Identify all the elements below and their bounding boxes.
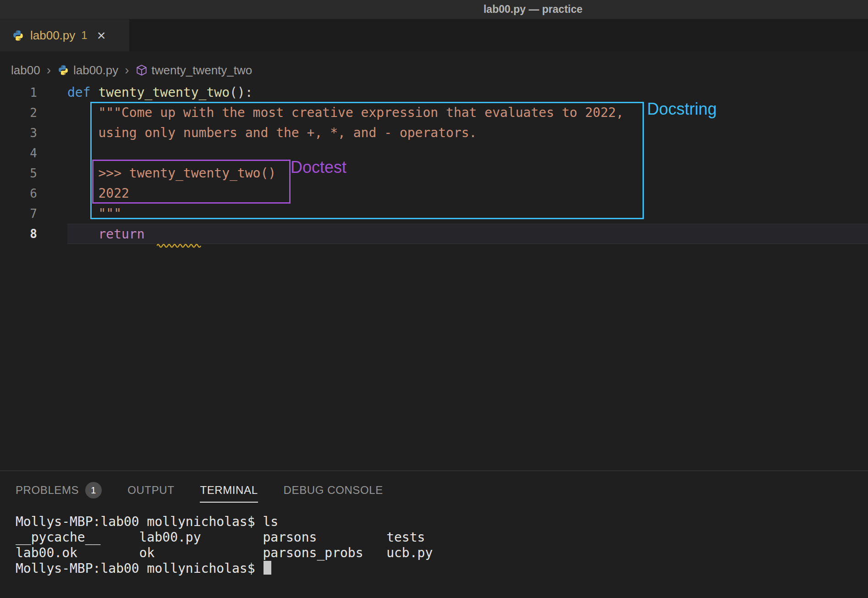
- code-token: 2022: [98, 186, 129, 201]
- breadcrumb: lab00›lab00.py›twenty_twenty_two: [0, 51, 868, 83]
- code-token: [67, 206, 98, 221]
- terminal-cursor: [264, 561, 271, 575]
- python-icon: [57, 64, 69, 76]
- line-number: 5: [0, 163, 67, 183]
- code-token: return: [98, 227, 144, 242]
- code-line-5[interactable]: 5 >>> twenty_twenty_two(): [0, 163, 868, 183]
- code-content: def twenty_twenty_two():: [67, 83, 868, 103]
- breadcrumb-item-lab00[interactable]: lab00: [11, 63, 40, 78]
- vscode-window: lab00.py — practice lab00.py 1 × lab00›l…: [0, 0, 868, 598]
- code-token: [67, 125, 98, 140]
- panel-tab-output[interactable]: OUTPUT: [127, 484, 174, 497]
- problems-count-badge: 1: [85, 482, 102, 498]
- terminal[interactable]: Mollys-MBP:lab00 mollynicholas$ ls__pyca…: [0, 509, 868, 576]
- line-number: 3: [0, 123, 67, 143]
- line-number: 8: [0, 224, 67, 244]
- panel-tab-label: OUTPUT: [127, 484, 174, 497]
- terminal-text: lab00.ok ok parsons_probs ucb.py: [16, 545, 433, 560]
- line-number: 7: [0, 204, 67, 224]
- panel-tab-debug-console[interactable]: DEBUG CONSOLE: [284, 484, 383, 497]
- code-token: [91, 85, 99, 100]
- terminal-text: Mollys-MBP:lab00 mollynicholas$: [16, 561, 263, 576]
- breadcrumb-item-twenty-twenty-two[interactable]: twenty_twenty_two: [136, 63, 253, 78]
- breadcrumb-label: lab00: [11, 63, 40, 78]
- code-token: """: [98, 206, 121, 221]
- editor-lines: 1def twenty_twenty_two():2 """Come up wi…: [0, 83, 868, 244]
- tab-problem-count: 1: [81, 29, 87, 42]
- panel-tab-label: PROBLEMS: [16, 484, 79, 497]
- code-line-4[interactable]: 4: [0, 143, 868, 163]
- window-title: lab00.py — practice: [483, 3, 582, 16]
- line-number: 1: [0, 83, 67, 103]
- terminal-text: __pycache__ lab00.py parsons tests: [16, 530, 425, 545]
- panel-tab-bar: PROBLEMS1OUTPUTTERMINALDEBUG CONSOLE: [0, 471, 868, 509]
- warning-squiggle-icon: [157, 236, 202, 240]
- code-content: [67, 143, 868, 163]
- code-token: twenty_twenty_two: [98, 85, 230, 100]
- tab-filename: lab00.py: [30, 28, 75, 43]
- code-token: >>> twenty_twenty_two(): [98, 166, 276, 181]
- code-token: [67, 186, 98, 201]
- code-content: """: [67, 204, 868, 224]
- terminal-line: Mollys-MBP:lab00 mollynicholas$ ls: [16, 514, 868, 530]
- python-icon: [12, 29, 24, 42]
- breadcrumb-label: twenty_twenty_two: [152, 63, 253, 78]
- breadcrumb-separator-icon: ›: [125, 63, 129, 78]
- code-content: return: [67, 224, 868, 244]
- terminal-text: Mollys-MBP:lab00 mollynicholas$ ls: [16, 514, 278, 529]
- code-content: >>> twenty_twenty_two(): [67, 163, 868, 183]
- terminal-line: Mollys-MBP:lab00 mollynicholas$: [16, 561, 868, 576]
- editor[interactable]: 1def twenty_twenty_two():2 """Come up wi…: [0, 83, 868, 471]
- line-number: 2: [0, 103, 67, 123]
- panel-tab-label: DEBUG CONSOLE: [284, 484, 383, 497]
- code-line-2[interactable]: 2 """Come up with the most creative expr…: [0, 103, 868, 123]
- breadcrumb-label: lab00.py: [73, 63, 118, 78]
- panel-tab-label: TERMINAL: [200, 484, 258, 503]
- code-line-8[interactable]: 8 return: [0, 224, 868, 244]
- panel-tab-terminal[interactable]: TERMINAL: [200, 484, 258, 497]
- code-line-1[interactable]: 1def twenty_twenty_two():: [0, 83, 868, 103]
- symbol-cube-icon: [136, 64, 148, 76]
- code-content: 2022: [67, 183, 868, 204]
- code-token: """Come up with the most creative expres…: [98, 105, 623, 120]
- code-line-3[interactable]: 3 using only numbers and the +, *, and -…: [0, 123, 868, 143]
- code-line-7[interactable]: 7 """: [0, 204, 868, 224]
- terminal-line: __pycache__ lab00.py parsons tests: [16, 530, 868, 545]
- line-number: 6: [0, 183, 67, 204]
- code-token: [145, 227, 153, 242]
- code-content: using only numbers and the +, *, and - o…: [67, 123, 868, 143]
- code-token: [67, 105, 98, 120]
- title-bar: lab00.py — practice: [0, 0, 868, 19]
- code-token: using only numbers and the +, *, and - o…: [98, 125, 477, 140]
- code-content: """Come up with the most creative expres…: [67, 103, 868, 123]
- panel-tab-problems[interactable]: PROBLEMS1: [16, 482, 102, 498]
- tab-lab00-py[interactable]: lab00.py 1 ×: [0, 19, 129, 51]
- breadcrumb-separator-icon: ›: [47, 63, 51, 78]
- line-number: 4: [0, 143, 67, 163]
- terminal-line: lab00.ok ok parsons_probs ucb.py: [16, 545, 868, 561]
- code-token: [67, 227, 98, 242]
- tab-strip: lab00.py 1 ×: [0, 19, 868, 51]
- bottom-panel: PROBLEMS1OUTPUTTERMINALDEBUG CONSOLE Mol…: [0, 471, 868, 598]
- breadcrumb-item-lab00-py[interactable]: lab00.py: [57, 63, 118, 78]
- code-token: ():: [230, 85, 253, 100]
- code-token: [67, 166, 98, 181]
- code-line-6[interactable]: 6 2022: [0, 183, 868, 204]
- close-icon[interactable]: ×: [97, 28, 106, 43]
- code-token: def: [67, 85, 91, 100]
